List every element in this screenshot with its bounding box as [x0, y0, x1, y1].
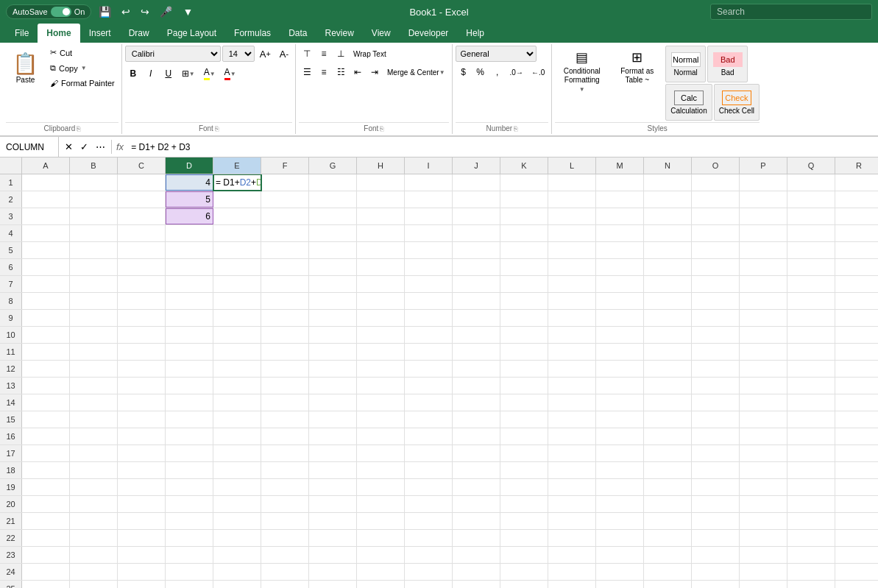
cell-j23[interactable] — [453, 547, 500, 563]
cell-n17[interactable] — [644, 445, 692, 461]
cell-e25[interactable] — [213, 581, 261, 588]
cell-a10[interactable] — [22, 327, 70, 343]
cell-q11[interactable] — [787, 344, 835, 360]
cell-q6[interactable] — [787, 259, 835, 275]
cell-h17[interactable] — [357, 445, 405, 461]
cell-g21[interactable] — [309, 513, 357, 529]
cell-d8[interactable] — [166, 293, 213, 309]
cell-o13[interactable] — [692, 378, 740, 394]
cell-r17[interactable] — [835, 445, 878, 461]
cell-r13[interactable] — [835, 378, 878, 394]
cell-r25[interactable] — [835, 581, 878, 588]
cell-r9[interactable] — [835, 310, 878, 326]
cell-i3[interactable] — [405, 208, 453, 224]
alignment-expand-icon[interactable]: ⎘ — [380, 125, 383, 132]
col-header-p[interactable]: P — [740, 157, 787, 174]
cell-d2[interactable]: 5 — [166, 191, 213, 208]
more-functions-button[interactable]: ⋯ — [93, 140, 108, 154]
cell-k10[interactable] — [500, 327, 548, 343]
cell-l16[interactable] — [548, 428, 596, 444]
cell-p7[interactable] — [740, 276, 787, 292]
percent-button[interactable]: % — [472, 64, 489, 80]
cell-n22[interactable] — [644, 530, 692, 546]
cell-f1[interactable] — [261, 174, 309, 191]
cell-q12[interactable] — [787, 361, 835, 377]
cell-h2[interactable] — [357, 191, 405, 208]
row-header-4[interactable]: 4 — [0, 225, 22, 241]
cell-d22[interactable] — [166, 530, 213, 546]
cell-j24[interactable] — [453, 564, 500, 580]
cell-h16[interactable] — [357, 428, 405, 444]
cell-d25[interactable] — [166, 581, 213, 588]
col-header-q[interactable]: Q — [787, 157, 835, 174]
row-header-8[interactable]: 8 — [0, 293, 22, 309]
cell-b23[interactable] — [70, 547, 118, 563]
cell-a7[interactable] — [22, 276, 70, 292]
cell-b9[interactable] — [70, 310, 118, 326]
cell-e4[interactable] — [213, 225, 261, 241]
cell-g8[interactable] — [309, 293, 357, 309]
cell-e1[interactable]: = D1+ D2 + D3 — [213, 174, 261, 191]
cell-b22[interactable] — [70, 530, 118, 546]
cell-c8[interactable] — [118, 293, 166, 309]
row-header-9[interactable]: 9 — [0, 310, 22, 326]
cell-o17[interactable] — [692, 445, 740, 461]
cell-o11[interactable] — [692, 344, 740, 360]
cell-g1[interactable] — [309, 174, 357, 191]
cell-m25[interactable] — [596, 581, 644, 588]
cell-p21[interactable] — [740, 513, 787, 529]
cell-h4[interactable] — [357, 225, 405, 241]
cell-q23[interactable] — [787, 547, 835, 563]
cell-j25[interactable] — [453, 581, 500, 588]
cell-d18[interactable] — [166, 462, 213, 478]
font-color-button[interactable]: A ▼ — [221, 65, 240, 82]
cell-j1[interactable] — [453, 174, 500, 191]
cell-r18[interactable] — [835, 462, 878, 478]
cell-g2[interactable] — [309, 191, 357, 208]
cell-k11[interactable] — [500, 344, 548, 360]
tab-page-layout[interactable]: Page Layout — [158, 24, 225, 43]
cell-n2[interactable] — [644, 191, 692, 208]
cell-k2[interactable] — [500, 191, 548, 208]
cell-a8[interactable] — [22, 293, 70, 309]
italic-button[interactable]: I — [143, 65, 159, 82]
col-header-l[interactable]: L — [548, 157, 596, 174]
cell-q16[interactable] — [787, 428, 835, 444]
cell-p4[interactable] — [740, 225, 787, 241]
cell-e3[interactable] — [213, 208, 261, 224]
cell-n23[interactable] — [644, 547, 692, 563]
cell-e2[interactable] — [213, 191, 261, 208]
cell-g5[interactable] — [309, 242, 357, 258]
cell-h7[interactable] — [357, 276, 405, 292]
align-center-button[interactable]: ≡ — [316, 64, 332, 80]
cell-q10[interactable] — [787, 327, 835, 343]
cell-p8[interactable] — [740, 293, 787, 309]
cell-o3[interactable] — [692, 208, 740, 224]
cell-f8[interactable] — [261, 293, 309, 309]
cell-k14[interactable] — [500, 394, 548, 411]
cell-j8[interactable] — [453, 293, 500, 309]
cell-c11[interactable] — [118, 344, 166, 360]
cell-p2[interactable] — [740, 191, 787, 208]
cell-g17[interactable] — [309, 445, 357, 461]
cell-l20[interactable] — [548, 496, 596, 512]
cell-k17[interactable] — [500, 445, 548, 461]
cell-n9[interactable] — [644, 310, 692, 326]
cell-p12[interactable] — [740, 361, 787, 377]
cell-m16[interactable] — [596, 428, 644, 444]
cell-e13[interactable] — [213, 378, 261, 394]
col-header-n[interactable]: N — [644, 157, 692, 174]
col-header-o[interactable]: O — [692, 157, 740, 174]
cell-r24[interactable] — [835, 564, 878, 580]
font-size-select[interactable]: 14 — [222, 46, 255, 62]
cell-c7[interactable] — [118, 276, 166, 292]
merge-center-button[interactable]: Merge & Center ▼ — [383, 64, 449, 80]
cell-p5[interactable] — [740, 242, 787, 258]
tab-data[interactable]: Data — [280, 24, 316, 43]
cell-d11[interactable] — [166, 344, 213, 360]
cell-d7[interactable] — [166, 276, 213, 292]
cell-r6[interactable] — [835, 259, 878, 275]
cell-l5[interactable] — [548, 242, 596, 258]
cell-k22[interactable] — [500, 530, 548, 546]
cell-r3[interactable] — [835, 208, 878, 224]
